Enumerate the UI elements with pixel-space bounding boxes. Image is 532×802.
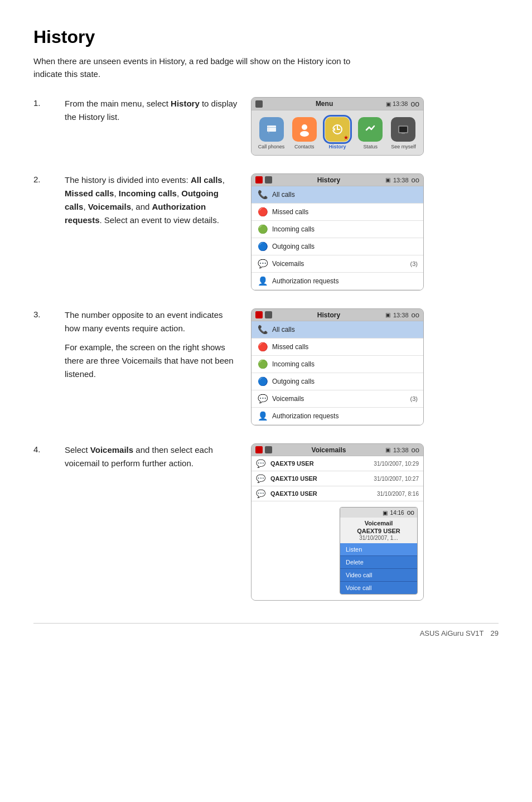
screen-1-topbar: Menu ▣ 13:38 oo	[252, 98, 423, 110]
s3-auth-icon: 👤	[257, 411, 268, 421]
s3-missedcalls[interactable]: 🔴 Missed calls	[252, 339, 423, 356]
popup-btn-voicecall[interactable]: Voice call	[340, 582, 417, 594]
history-item-auth[interactable]: 👤 Authorization requests	[252, 273, 423, 290]
history-item-incomingcalls[interactable]: 🟢 Incoming calls	[252, 221, 423, 238]
steps-container: 1. From the main menu, select History to…	[33, 97, 499, 601]
step-3-extra: For example, the screen on the right sho…	[65, 341, 238, 381]
popup-btn-delete[interactable]: Delete	[340, 556, 417, 569]
screen-4-voicemails: Voicemails ▣ 13:38 oo 💬 QAEXT9 USER 31/1…	[251, 443, 424, 601]
intro-text: When there are unseen events in History,…	[33, 55, 368, 80]
popup-btn-videocall[interactable]: Video call	[340, 569, 417, 582]
svg-point-5	[302, 124, 307, 130]
popup-header: ▣ 14:16 oo	[340, 508, 417, 518]
missedcalls-label: Missed calls	[272, 208, 418, 216]
step-2-image: History ▣ 13:38 oo 📞 All calls 🔴 Missed	[251, 173, 424, 291]
popup-user: QAEXT9 USER	[340, 528, 417, 535]
network-2: oo	[412, 176, 419, 184]
vm-name-1: QAEXT9 USER	[270, 460, 370, 467]
s3-incomingcalls[interactable]: 🟢 Incoming calls	[252, 356, 423, 373]
step-1: 1. From the main menu, select History to…	[33, 97, 499, 156]
voicemails-label: Voicemails	[272, 260, 407, 268]
history-item-voicemails[interactable]: 💬 Voicemails (3)	[252, 255, 423, 273]
vm-date-3: 31/10/2007, 8:16	[377, 491, 419, 497]
vm-icon-1: 💬	[256, 459, 267, 468]
voicemails-icon: 💬	[257, 259, 268, 269]
vm-icon-2: 💬	[256, 474, 267, 483]
svg-point-6	[300, 131, 309, 137]
voicemail-item-2[interactable]: 💬 QAEXT10 USER 31/10/2007, 10:27	[252, 471, 423, 486]
s3-outgoingcalls[interactable]: 🔵 Outgoing calls	[252, 373, 423, 390]
s3-allcalls-icon: 📞	[257, 325, 268, 335]
menu-icon-phone	[256, 117, 287, 142]
footer-brand: ASUS AiGuru SV1T	[420, 629, 484, 637]
time-3: 13:38	[393, 312, 409, 318]
popup-date: 31/10/2007, 1...	[340, 535, 417, 543]
screen-3-history: History ▣ 13:38 oo 📞 All calls 🔴 Missed	[251, 308, 424, 426]
vm-name-3: QAEXT10 USER	[270, 490, 374, 497]
screen-2-title: History	[272, 176, 385, 184]
step-3-text: The number opposite to an event indicate…	[65, 308, 238, 381]
svg-rect-3	[268, 125, 269, 133]
menu-label-contacts: Contacts	[289, 144, 320, 149]
step-4-image: Voicemails ▣ 13:38 oo 💬 QAEXT9 USER 31/1…	[251, 443, 424, 601]
screen-2-history: History ▣ 13:38 oo 📞 All calls 🔴 Missed	[251, 173, 424, 291]
s3-outgoingcalls-icon: 🔵	[257, 376, 268, 386]
history-item-outgoingcalls[interactable]: 🔵 Outgoing calls	[252, 238, 423, 255]
s3-voicemails-badge: (3)	[410, 395, 418, 402]
menu-icon-status	[355, 117, 386, 142]
missedcalls-icon: 🔴	[257, 207, 268, 217]
auth-label: Authorization requests	[272, 277, 418, 285]
voicemails-badge: (3)	[410, 260, 418, 267]
network-4: oo	[412, 446, 419, 454]
popup-network: oo	[407, 509, 414, 516]
menu-icon-history: ★	[322, 117, 352, 142]
s3-allcalls[interactable]: 📞 All calls	[252, 321, 423, 339]
history-item-allcalls[interactable]: 📞 All calls	[252, 186, 423, 204]
step-2-text: The history is divided into events: All …	[65, 173, 238, 227]
step-4-text: Select Voicemails and then select each v…	[65, 443, 238, 470]
svg-rect-13	[362, 122, 378, 137]
time-1: 13:38	[393, 100, 408, 107]
menu-label-status: Status	[355, 144, 386, 149]
menu-label-seemyself: See myself	[388, 144, 419, 149]
screen-4-topbar: Voicemails ▣ 13:38 oo	[252, 444, 423, 456]
auth-icon: 👤	[257, 276, 268, 286]
s3-missedcalls-icon: 🔴	[257, 342, 268, 352]
vm-date-2: 31/10/2007, 10:27	[374, 476, 419, 482]
step-2: 2. The history is divided into events: A…	[33, 173, 499, 291]
screen-3-title: History	[272, 311, 385, 319]
s3-missedcalls-label: Missed calls	[272, 343, 418, 351]
step-1-image: Menu ▣ 13:38 oo	[251, 97, 424, 156]
s3-voicemails[interactable]: 💬 Voicemails (3)	[252, 390, 423, 408]
menu-icons: ★	[252, 110, 423, 155]
network-icon: oo	[410, 99, 419, 108]
s3-voicemails-label: Voicemails	[272, 395, 407, 403]
screen-3-list: 📞 All calls 🔴 Missed calls 🟢 Incoming ca…	[252, 321, 423, 425]
voicemail-item-1[interactable]: 💬 QAEXT9 USER 31/10/2007, 10:29	[252, 456, 423, 471]
page-title: History	[33, 27, 499, 47]
step-4: 4. Select Voicemails and then select eac…	[33, 443, 499, 601]
menu-icon-contacts	[289, 117, 320, 142]
history-item-missedcalls[interactable]: 🔴 Missed calls	[252, 204, 423, 221]
vm-date-1: 31/10/2007, 10:29	[374, 461, 419, 467]
step-1-number: 1.	[33, 97, 51, 108]
voicemail-item-3[interactable]: 💬 QAEXT10 USER 31/10/2007, 8:16	[252, 486, 423, 501]
s3-incomingcalls-icon: 🟢	[257, 359, 268, 369]
battery-icon: ▣ 13:38	[386, 100, 408, 107]
time-4: 13:38	[393, 447, 409, 453]
vm-name-2: QAEXT10 USER	[270, 475, 370, 482]
outgoingcalls-label: Outgoing calls	[272, 243, 418, 250]
screen-1-menu: Menu ▣ 13:38 oo	[251, 97, 424, 156]
screen-4-title: Voicemails	[272, 446, 385, 454]
vm-icon-3: 💬	[256, 489, 267, 498]
voicemail-list: 💬 QAEXT9 USER 31/10/2007, 10:29 💬 QAEXT1…	[252, 456, 423, 600]
s3-outgoingcalls-label: Outgoing calls	[272, 378, 418, 385]
incomingcalls-label: Incoming calls	[272, 225, 418, 233]
popup-btn-listen[interactable]: Listen	[340, 543, 417, 556]
s3-auth[interactable]: 👤 Authorization requests	[252, 408, 423, 425]
popup-title: Voicemail	[340, 518, 417, 528]
allcalls-label: All calls	[272, 191, 418, 199]
step-1-text: From the main menu, select History to di…	[65, 97, 238, 124]
popup-time: 14:16	[390, 510, 404, 516]
menu-icon-seemyself	[388, 117, 419, 142]
